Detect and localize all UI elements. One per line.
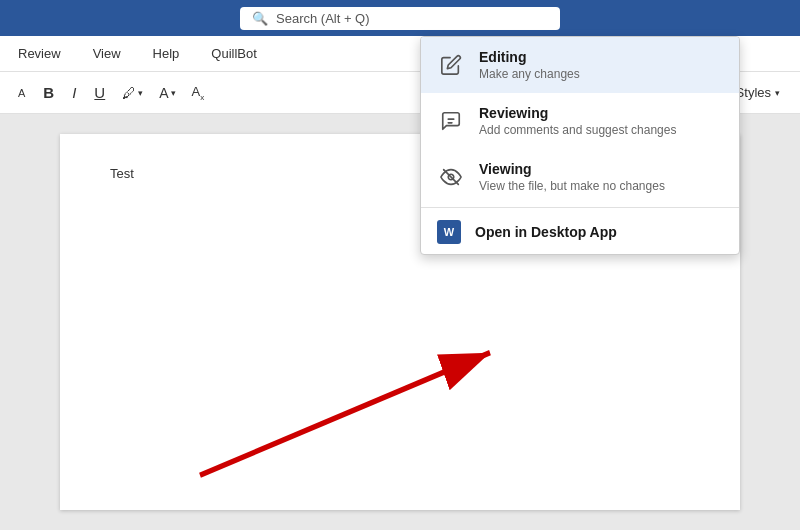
reviewing-item-desc: Add comments and suggest changes	[479, 123, 676, 137]
viewing-item-title: Viewing	[479, 161, 665, 177]
ribbon-tab-help[interactable]: Help	[147, 42, 186, 65]
font-color-icon: A	[159, 85, 168, 101]
editing-item-desc: Make any changes	[479, 67, 580, 81]
font-size-small-btn[interactable]: A	[12, 83, 31, 103]
highlight-arrow: ▾	[138, 88, 143, 98]
editing-dropdown-menu: Editing Make any changes Reviewing Add c…	[420, 36, 740, 255]
search-box[interactable]: 🔍 Search (Alt + Q)	[240, 7, 560, 30]
editing-item-text: Editing Make any changes	[479, 49, 580, 81]
editing-icon	[437, 51, 465, 79]
editing-item-title: Editing	[479, 49, 580, 65]
viewing-item-text: Viewing View the file, but make no chang…	[479, 161, 665, 193]
italic-btn[interactable]: I	[66, 80, 82, 105]
font-color-btn[interactable]: A ▾	[154, 82, 180, 104]
dropdown-item-editing[interactable]: Editing Make any changes	[421, 37, 739, 93]
dropdown-divider	[421, 207, 739, 208]
viewing-icon	[437, 163, 465, 191]
ribbon-tab-view[interactable]: View	[87, 42, 127, 65]
dropdown-item-desktop-app[interactable]: W Open in Desktop App	[421, 210, 739, 254]
viewing-item-desc: View the file, but make no changes	[479, 179, 665, 193]
reviewing-item-text: Reviewing Add comments and suggest chang…	[479, 105, 676, 137]
reviewing-icon	[437, 107, 465, 135]
search-icon: 🔍	[252, 11, 268, 26]
search-placeholder: Search (Alt + Q)	[276, 11, 370, 26]
dropdown-item-reviewing[interactable]: Reviewing Add comments and suggest chang…	[421, 93, 739, 149]
word-icon: W	[437, 220, 461, 244]
font-color-arrow: ▾	[171, 88, 176, 98]
subscript-icon: Ax	[192, 84, 205, 102]
title-bar: 🔍 Search (Alt + Q)	[0, 0, 800, 36]
subscript-btn[interactable]: Ax	[187, 81, 210, 105]
desktop-app-label: Open in Desktop App	[475, 224, 617, 240]
ribbon-tab-quillbot[interactable]: QuillBot	[205, 42, 263, 65]
underline-btn[interactable]: U	[88, 80, 111, 105]
ribbon-tab-review[interactable]: Review	[12, 42, 67, 65]
highlight-icon: 🖊	[122, 85, 136, 101]
highlight-color-btn[interactable]: 🖊 ▾	[117, 82, 148, 104]
bold-btn[interactable]: B	[37, 80, 60, 105]
dropdown-item-viewing[interactable]: Viewing View the file, but make no chang…	[421, 149, 739, 205]
document-content: Test	[110, 166, 134, 181]
reviewing-item-title: Reviewing	[479, 105, 676, 121]
